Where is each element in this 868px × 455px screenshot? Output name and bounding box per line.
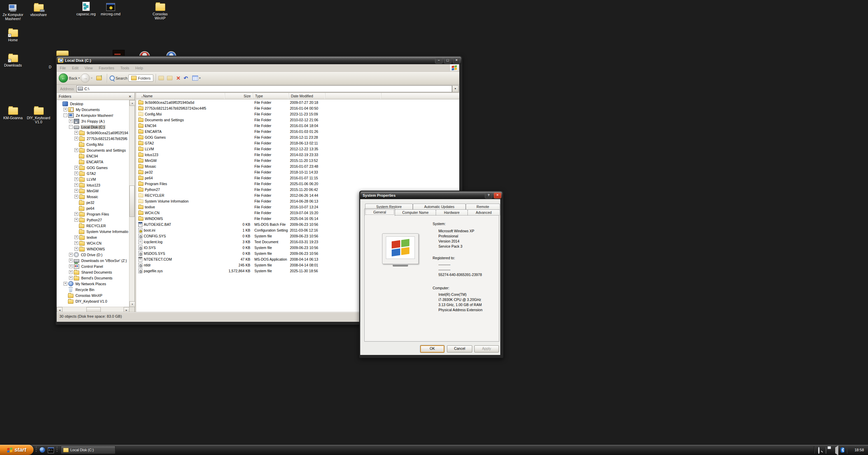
apply-button[interactable]: Apply	[474, 345, 499, 353]
file-row[interactable]: 9c5b960cea21a69f02f1940a5dFile Folder200…	[136, 99, 459, 105]
desktop-icon-mircreg-cmd[interactable]: mircreg.cmd	[98, 1, 124, 16]
menu-help[interactable]: Help	[132, 66, 146, 70]
tree-item[interactable]: pe32	[57, 199, 129, 205]
file-name-cell[interactable]: GOG Games	[136, 135, 225, 139]
menu-edit[interactable]: Edit	[69, 66, 82, 70]
tab-automatic-updates[interactable]: Automatic Updates	[413, 204, 466, 210]
tree-item[interactable]: DIY_Keyboard V1.0	[57, 298, 129, 304]
file-row[interactable]: 27753c682121467b925f637242ec44f5File Fol…	[136, 105, 459, 111]
file-name-cell[interactable]: MSDOS.SYS	[136, 251, 225, 256]
tree-item[interactable]: RECYCLER	[57, 223, 129, 229]
back-label[interactable]: Back	[69, 76, 77, 80]
tree-item[interactable]: +My Documents	[57, 107, 129, 112]
address-dropdown-button[interactable]	[452, 85, 459, 92]
tree-item[interactable]: Desktop	[57, 101, 129, 107]
explorer-titlebar[interactable]: Local Disk (C:)	[57, 57, 461, 64]
tree-item[interactable]: +GTA2	[57, 170, 129, 176]
tree-item[interactable]: +WINDOWS	[57, 246, 129, 252]
expand-icon[interactable]: +	[74, 235, 78, 239]
file-row[interactable]: Program FilesFile Folder2025-01-06 06:20	[136, 181, 459, 187]
taskbar-task-local-disk[interactable]: Local Disk (C:)	[61, 446, 115, 454]
search-icon[interactable]	[110, 75, 115, 81]
start-button[interactable]: start	[0, 445, 33, 455]
tree-item[interactable]: +Bernd's Documents	[57, 275, 129, 281]
file-name-cell[interactable]: pe32	[136, 170, 225, 174]
file-name-cell[interactable]: Python27	[136, 187, 225, 192]
file-row[interactable]: pe64File Folder2016-01-07 11:15	[136, 175, 459, 181]
expand-icon[interactable]: +	[74, 183, 78, 187]
tree-vscroll-thumb[interactable]	[129, 185, 135, 217]
expand-icon[interactable]: +	[74, 241, 78, 245]
back-icon[interactable]: ←	[59, 73, 68, 83]
scroll-up-icon[interactable]: ▲	[129, 100, 135, 106]
tree-item[interactable]: +Control Panel	[57, 263, 129, 269]
browser-quicklaunch-icon[interactable]	[40, 447, 45, 453]
tree-item[interactable]: +9c5b960cea21a69f02f194	[57, 130, 129, 136]
undo-icon[interactable]: ↶	[184, 75, 188, 81]
tree-item[interactable]: +Downloads on 'VBoxSvr' (Z:)	[57, 258, 129, 263]
file-name-cell[interactable]: ENC94	[136, 123, 225, 128]
expand-icon[interactable]: +	[74, 177, 78, 181]
file-name-cell[interactable]: icqclient.log	[136, 239, 225, 244]
expand-icon[interactable]: +	[64, 282, 67, 286]
expand-icon[interactable]: +	[74, 166, 78, 169]
tree-item[interactable]: +CD Drive (D:)	[57, 252, 129, 258]
expand-icon[interactable]: +	[69, 259, 73, 262]
file-name-cell[interactable]: CONFIG.SYS	[136, 234, 225, 238]
maximize-button[interactable]	[444, 58, 451, 64]
desktop-icon-ze-komputor-masheen-[interactable]: Ze Komputor Masheen!	[0, 1, 26, 21]
file-row[interactable]: Config.MsiFile Folder2023-11-23 15:09	[136, 111, 459, 117]
tab-hardware[interactable]: Hardware	[436, 209, 468, 216]
address-input[interactable]: C:\	[76, 85, 452, 92]
occluded-folder-icon[interactable]	[56, 51, 69, 56]
copy-to-icon[interactable]	[167, 76, 172, 80]
tree-item[interactable]: ENC94	[57, 153, 129, 159]
minimize-button[interactable]	[435, 58, 443, 64]
tab-advanced[interactable]: Advanced	[467, 209, 500, 216]
folders-pane-close-icon[interactable]: ✕	[128, 95, 132, 98]
desktop-icon-vboxshare[interactable]: vboxshare	[26, 1, 52, 17]
file-name-cell[interactable]: pagefile.sys	[136, 268, 225, 273]
file-name-cell[interactable]: 9c5b960cea21a69f02f1940a5d	[136, 100, 225, 105]
file-row[interactable]: LLVMFile Folder2012-12-22 13:35	[136, 146, 459, 152]
expand-icon[interactable]: +	[74, 212, 78, 216]
column-header-type[interactable]: Type	[253, 93, 289, 99]
close-button[interactable]	[453, 58, 460, 64]
tree-item[interactable]: +WCH.CN	[57, 240, 129, 246]
menu-view[interactable]: View	[82, 66, 96, 70]
file-name-cell[interactable]: Mosaic	[136, 164, 225, 168]
file-row[interactable]: MinGWFile Folder2015-11-20 13:52	[136, 157, 459, 163]
ok-button[interactable]: OK	[420, 345, 444, 353]
file-name-cell[interactable]: GTA2	[136, 141, 225, 145]
back-dropdown-icon[interactable]: ▾	[78, 77, 80, 80]
file-row[interactable]: ENCARTAFile Folder2016-01-03 01:26	[136, 128, 459, 134]
expand-icon[interactable]: +	[69, 270, 73, 274]
bluetooth-tray-icon[interactable]	[841, 447, 844, 453]
expand-icon[interactable]: +	[74, 137, 78, 140]
virtualbox-tray-icon[interactable]	[847, 447, 852, 453]
tree-item[interactable]: Recycle Bin	[57, 287, 129, 292]
tree-item[interactable]: -Ze Komputor Masheen!	[57, 112, 129, 118]
file-name-cell[interactable]: LLVM	[136, 147, 225, 151]
delete-icon[interactable]: ✕	[176, 75, 181, 81]
command-prompt-quicklaunch-icon[interactable]	[48, 447, 54, 453]
tree-item[interactable]: +lotus123	[57, 182, 129, 188]
file-name-cell[interactable]: MinGW	[136, 158, 225, 163]
desktop-icon-diy-keyboard-v1-0[interactable]: DIY_Keyboard V1.0	[26, 105, 52, 124]
column-header-name[interactable]: Name	[136, 93, 225, 99]
scroll-down-icon[interactable]: ▼	[129, 301, 135, 307]
tree-item[interactable]: +Mosaic	[57, 194, 129, 199]
desktop-icon-downloads[interactable]: Downloads	[0, 52, 26, 67]
tree-item[interactable]: +Documents and Settings	[57, 147, 129, 153]
views-icon[interactable]	[192, 75, 198, 81]
expand-icon[interactable]: +	[74, 131, 78, 135]
desktop-icon-capsesc-reg[interactable]: capsesc.reg	[73, 1, 99, 16]
tree-item[interactable]: -Local Disk (C:)	[57, 124, 129, 130]
search-label[interactable]: Search	[116, 76, 128, 80]
file-name-cell[interactable]: IO.SYS	[136, 245, 225, 250]
expand-icon[interactable]: +	[64, 108, 67, 111]
file-name-cell[interactable]: WCH.CN	[136, 210, 225, 215]
file-name-cell[interactable]: ENCARTA	[136, 129, 225, 134]
views-dropdown-icon[interactable]: ▾	[199, 77, 200, 80]
desktop-icon-consolas-winxp[interactable]: Consolas WinXP	[147, 1, 173, 20]
